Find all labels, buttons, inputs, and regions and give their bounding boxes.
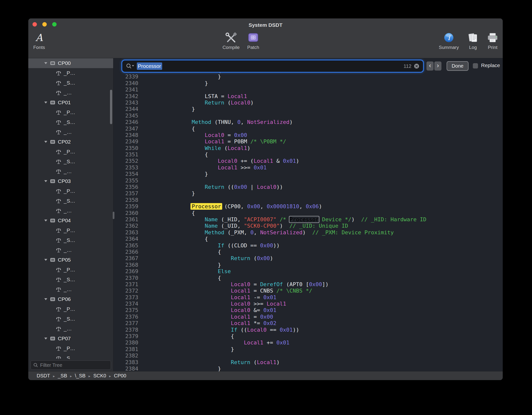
processor-icon: [50, 336, 56, 341]
tree-item-label: CP04: [58, 218, 71, 223]
code-text: {: [153, 236, 208, 242]
done-button[interactable]: Done: [447, 61, 469, 71]
breadcrumb-item-SCK0[interactable]: SCK0: [93, 373, 106, 379]
code-line: 2366 {: [117, 249, 503, 255]
disclosure-triangle-icon[interactable]: [44, 180, 47, 182]
method-icon: [56, 306, 61, 312]
method-icon: [56, 326, 61, 331]
method-icon: [56, 247, 61, 253]
line-number: 2372: [117, 288, 138, 294]
sidebar-scrollbar-thumb[interactable]: [110, 90, 112, 124]
toolbar-button-patch[interactable]: Patch: [242, 32, 264, 50]
code-text: Local1 = CNBS /* \CNBS */: [153, 288, 312, 294]
tree-item-CP04-method[interactable]: _P…: [28, 225, 113, 235]
code-line: 2347 {: [117, 126, 503, 132]
disclosure-triangle-icon[interactable]: [44, 141, 47, 143]
processor-icon: [50, 139, 56, 144]
tree-item-label: CP02: [58, 139, 71, 145]
toolbar-button-compile[interactable]: Compile: [220, 32, 242, 50]
toolbar-button-log[interactable]: Log: [462, 32, 484, 50]
tree-item-CP02-method[interactable]: _P…: [28, 147, 113, 157]
tree-item-CP07-method[interactable]: _P…: [28, 343, 113, 353]
tree-item-label: _…: [64, 129, 72, 135]
pane-splitter-handle[interactable]: [113, 212, 114, 219]
code-text: {: [153, 151, 208, 158]
toolbar-button-summary[interactable]: i Summary: [438, 32, 460, 50]
line-number: 2346: [117, 119, 138, 125]
line-number: 2383: [117, 359, 138, 366]
tree-item-CP05[interactable]: CP05: [28, 255, 113, 265]
tree-item-CP05-method[interactable]: _…: [28, 284, 113, 294]
tree-item-CP07[interactable]: CP07: [28, 334, 113, 343]
code-text: }: [153, 366, 221, 371]
disclosure-triangle-icon[interactable]: [44, 101, 47, 104]
method-icon: [56, 356, 61, 359]
breadcrumb-item-_SB[interactable]: \_SB: [75, 373, 85, 379]
tree-item-label: _S…: [64, 355, 75, 359]
line-number: 2373: [117, 294, 138, 301]
disclosure-triangle-icon[interactable]: [44, 298, 47, 300]
tree-item-CP06-method[interactable]: _P…: [28, 304, 113, 314]
tree-item-CP03-method[interactable]: _…: [28, 206, 113, 216]
tree-item-CP06[interactable]: CP06: [28, 294, 113, 304]
disclosure-triangle-icon[interactable]: [44, 219, 47, 222]
tree-item-CP06-method[interactable]: _…: [28, 324, 113, 334]
tree-item-CP01[interactable]: CP01: [28, 98, 113, 107]
toolbar-button-print[interactable]: Print: [482, 32, 503, 50]
tree-item-CP05-method[interactable]: _S…: [28, 275, 113, 284]
breadcrumb-item-DSDT[interactable]: DSDT: [37, 373, 50, 379]
log-pages-icon: [468, 32, 478, 43]
disclosure-triangle-icon[interactable]: [44, 259, 47, 261]
find-previous-button[interactable]: ‹: [426, 61, 434, 71]
tree-item-CP04-method[interactable]: _S…: [28, 235, 113, 245]
method-icon: [56, 346, 61, 351]
search-menu-icon[interactable]: [126, 63, 134, 69]
code-line: 2358: [117, 197, 503, 203]
code-line: 2341: [117, 87, 503, 93]
code-line: 2357 }: [117, 190, 503, 197]
tree-item-CP01-method[interactable]: _S…: [28, 117, 113, 127]
toolbar-label-compile: Compile: [222, 45, 240, 50]
tree-item-CP00-method[interactable]: _S…: [28, 78, 113, 88]
disclosure-triangle-icon[interactable]: [44, 62, 47, 64]
find-clear-button[interactable]: [414, 63, 419, 69]
tree-item-CP00[interactable]: CP00: [28, 58, 113, 68]
tree-item-CP01-method[interactable]: _P…: [28, 107, 113, 117]
tree-item-CP03-method[interactable]: _P…: [28, 186, 113, 196]
tree-item-CP07-method[interactable]: _S…: [28, 353, 113, 359]
tree-item-CP01-method[interactable]: _…: [28, 127, 113, 137]
method-icon: [56, 267, 61, 272]
tree-item-CP04-method[interactable]: _…: [28, 245, 113, 255]
code-text: Local0 += (Local1 & 0x01): [153, 158, 299, 164]
tree-item-CP03[interactable]: CP03: [28, 176, 113, 186]
line-number: 2340: [117, 80, 138, 87]
replace-checkbox[interactable]: [473, 63, 478, 69]
tree-item-CP02-method[interactable]: _S…: [28, 157, 113, 166]
line-number: 2339: [117, 74, 138, 80]
patch-icon: [248, 32, 259, 43]
tree-item-CP06-method[interactable]: _S…: [28, 314, 113, 324]
tree-item-CP00-method[interactable]: _P…: [28, 68, 113, 78]
tree-item-label: _P…: [64, 227, 75, 233]
line-number: 2378: [117, 327, 138, 333]
line-number: 2341: [117, 87, 138, 93]
code-line: 2375 Local0 &= 0x01: [117, 307, 503, 313]
filter-tree-field[interactable]: Filter Tree: [31, 360, 111, 370]
code-text: Processor (CP00, 0x00, 0x00001810, 0x06): [153, 203, 322, 210]
tree-item-CP02[interactable]: CP02: [28, 137, 113, 147]
find-search-field[interactable]: Processor 112: [122, 60, 423, 72]
tree-item-CP00-method[interactable]: _…: [28, 88, 113, 98]
tree-item-CP03-method[interactable]: _S…: [28, 196, 113, 206]
disclosure-triangle-icon[interactable]: [44, 337, 47, 340]
tree-item-label: _P…: [64, 345, 75, 351]
tree-item-CP04[interactable]: CP04: [28, 216, 113, 225]
code-line: 2348 Local0 = 0x00: [117, 132, 503, 138]
tree-item-CP05-method[interactable]: _P…: [28, 265, 113, 275]
breadcrumb-item-CP00[interactable]: CP00: [114, 373, 126, 379]
breadcrumb-item-_SB[interactable]: _SB: [58, 373, 67, 379]
toolbar-button-fonts[interactable]: A Fonts: [28, 32, 50, 50]
code-text: {: [153, 275, 221, 281]
tree-item-CP02-method[interactable]: _…: [28, 166, 113, 176]
find-next-button[interactable]: ›: [434, 61, 441, 71]
code-text: Local0 = 0x00: [153, 132, 247, 138]
